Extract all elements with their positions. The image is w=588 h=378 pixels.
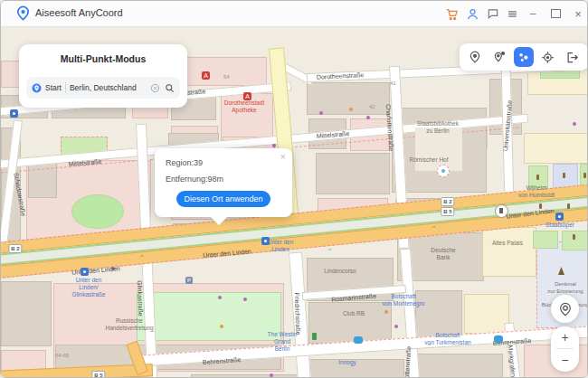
single-point-mode-icon[interactable] [465,47,485,67]
statue-icon [573,234,575,240]
minimize-button[interactable]: – [525,5,541,22]
multi-point-panel: Multi-Punkt-Modus Start Berlin, Deutschl… [19,44,187,108]
poi-label: Unter den Linden/ Glinkastraße [72,277,106,298]
place-label: Russische Handelsvertretung [105,317,153,332]
transit-stop-icon [81,268,89,276]
map-dot [270,373,273,377]
location-tooltip: × Region:39 Entfernung:98m Diesen Ort an… [155,148,292,217]
car-icon [354,336,363,344]
poi-label: Staatsoper [545,222,574,229]
map-building [524,133,588,164]
clear-icon[interactable] [150,83,160,93]
statue-icon [583,173,586,178]
map-building [413,354,503,378]
map-lawn [71,194,124,229]
parking-icon: P [185,277,193,284]
tooltip-close-icon[interactable]: × [280,151,286,162]
map-dot [243,298,247,301]
exit-icon[interactable] [563,47,583,67]
map-building [191,374,299,378]
account-icon[interactable] [464,5,480,22]
statue-icon [567,203,570,209]
map-building [308,302,392,344]
search-icon[interactable] [165,83,175,93]
location-pin-icon [32,83,42,93]
house-number: 64-65 [55,353,69,358]
pharmacy-icon: A [243,92,251,100]
zoom-in-button[interactable]: + [551,326,579,348]
fountain-icon [437,165,450,177]
map-building [482,227,536,277]
map-building [1,281,52,346]
house-number: 42 [369,104,375,109]
zoom-controls: + − [551,326,579,372]
crosshair-icon[interactable] [538,47,558,67]
map-dot [394,325,398,328]
road-badge: B 5 [441,207,454,216]
map-building [464,294,509,334]
close-button[interactable]: × [570,5,586,22]
statue-icon [536,175,539,180]
car-icon [494,335,503,343]
map-dot [573,122,576,126]
start-label: Start [45,83,62,92]
region-value: Region:39 [166,158,203,167]
poi-label: Botschaft von Montenegro [383,293,425,307]
map-dot [349,108,353,111]
transit-stop-icon [555,213,564,221]
map-building [316,153,390,194]
road-badge: B 2 [8,244,22,253]
start-location-field[interactable]: Start Berlin, Deutschland [26,77,180,99]
mode-toolbar [460,43,588,71]
place-label: Staatsbibliothek zu Berlin [417,120,459,135]
person-icon [312,333,317,340]
street-label: Glinkastraße [137,280,144,317]
apply-location-button[interactable]: Diesen Ort anwenden [176,191,270,207]
place-label: Wilhelm von Humboldt [518,184,555,199]
distance-value: Entfernung:98m [166,175,223,184]
window-title: Aiseesoft AnyCoord [35,7,123,18]
transit-stop-icon [261,237,270,245]
oneway-arrow: → [138,252,145,259]
menu-icon[interactable] [504,5,520,22]
locate-button[interactable] [551,295,579,323]
anycoord-window: P A A → → → → [0,0,588,378]
feedback-icon[interactable] [485,5,501,22]
map-dot [218,296,222,299]
transit-stop-icon [10,109,18,118]
pharmacy-label: Dorotheenstadt Apotheke [224,99,264,114]
poi-label: Innogy [338,359,356,366]
map-lawn [533,231,558,249]
map-dot [220,325,223,328]
cart-icon[interactable] [443,5,460,22]
poi-label: The Westin Grand Berlin [268,331,298,353]
field-divider [65,82,66,93]
place-label: Altes Palais [492,240,523,247]
app-logo-pin-icon [15,5,31,21]
panel-title: Multi-Punkt-Modus [19,53,187,64]
oneway-arrow: → [327,246,333,252]
pharmacy-icon: A [202,71,210,80]
map-dot [366,116,370,119]
map-dot [272,144,276,147]
place-label: Lindencorso [324,268,356,275]
oneway-arrow: → [431,223,437,230]
map-lawn [137,292,281,341]
place-label: Römischer Hof [410,156,449,164]
titlebar: Aiseesoft AnyCoord – × [1,1,587,27]
house-number: 41 [390,80,396,86]
two-point-mode-icon[interactable] [489,47,509,67]
house-number: 54 [223,74,230,80]
road-badge: B 2 [441,197,454,206]
place-label: Deutsche Bank [431,247,455,261]
map-dot [319,111,323,115]
poi-label: Botschaft von Turkmenistan [424,332,470,346]
zoom-out-button[interactable]: − [551,349,579,371]
search-input-value[interactable]: Berlin, Deutschland [70,83,146,92]
multi-point-mode-icon[interactable] [514,47,534,67]
maximize-button[interactable] [547,5,564,22]
map-building [307,82,390,115]
road-badge: B 5 [91,371,105,378]
poi-label: Unter den Linden [268,239,294,253]
map-dot [384,310,388,314]
